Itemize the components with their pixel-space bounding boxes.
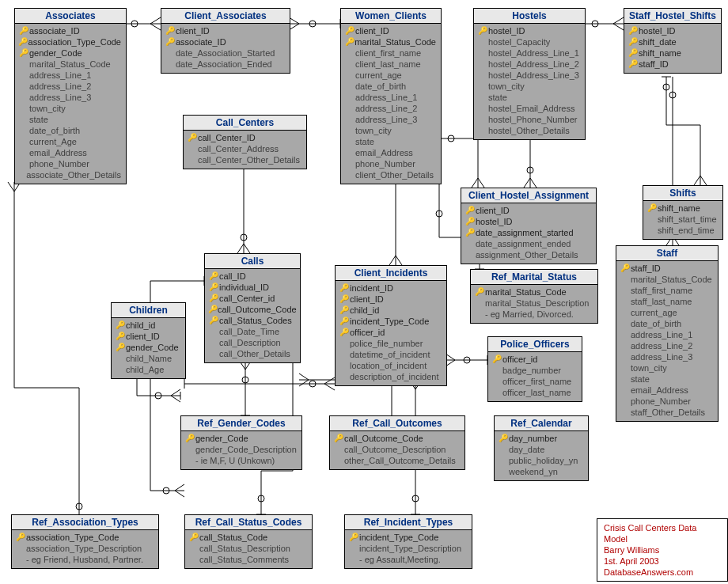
column-name: call_Status_Comments	[199, 554, 289, 565]
pf-icon: 🔑	[165, 36, 176, 47]
column-name: staff_first_name	[631, 285, 692, 296]
entity-client-associates: Client_Associates 🔑client_ID🔑associate_I…	[161, 8, 290, 74]
entity-column: town_city	[18, 103, 121, 114]
entity-column: 🔑association_Type_Code	[18, 36, 121, 47]
entity-column: state	[344, 136, 436, 147]
entity-body: 🔑call_Center_IDcall_Center_Addresscall_C…	[184, 131, 306, 169]
entity-column: hostel_Other_Details	[477, 125, 580, 136]
entity-ref-calendar: Ref_Calendar 🔑day_numberday_datepublic_h…	[494, 415, 589, 481]
column-name: town_city	[488, 81, 525, 92]
entity-title: Staff_Hostel_Shifts	[624, 9, 721, 24]
svg-point-35	[663, 84, 669, 90]
column-name: date_assignment_ended	[476, 238, 571, 249]
svg-line-18	[244, 244, 250, 253]
entity-column: client_Other_Details	[344, 169, 436, 180]
column-name: client_ID	[126, 331, 160, 342]
svg-point-54	[309, 381, 316, 387]
fk-icon: 🔑	[115, 342, 126, 353]
entity-body: 🔑client_ID🔑hostel_ID🔑date_assignment_sta…	[461, 203, 596, 264]
entity-column: email_Address	[344, 147, 436, 158]
column-name: shift_end_time	[658, 225, 715, 236]
entity-column: - eg Assault,Meeting.	[348, 554, 467, 565]
column-name: client_ID	[350, 294, 384, 305]
entity-column: gender_Code_Description	[184, 444, 297, 455]
entity-column: town_city	[477, 81, 580, 92]
svg-point-49	[155, 392, 161, 399]
fk-icon: 🔑	[18, 36, 28, 47]
column-name: address_Line_3	[355, 114, 417, 125]
fk-icon: 🔑	[628, 36, 639, 47]
entity-column: call_Date_Time	[208, 326, 295, 337]
entity-column: date_of_birth	[620, 318, 713, 329]
svg-point-60	[258, 495, 264, 502]
column-name: child_Name	[126, 353, 172, 364]
entity-column: hostel_Capacity	[477, 36, 580, 47]
entity-column: 🔑gender_Code	[184, 433, 297, 444]
entity-body: 🔑officer_idbadge_numberofficer_first_nam…	[488, 352, 582, 401]
entity-column: - eg Friend, Husband, Partner.	[15, 554, 154, 565]
entity-column: 🔑call_Status_Code	[188, 532, 307, 543]
entity-body: 🔑gender_Codegender_Code_Description- ie …	[181, 431, 301, 469]
column-name: email_Address	[355, 147, 413, 158]
svg-line-63	[299, 380, 309, 386]
entity-title: Ref_Incident_Types	[345, 515, 472, 530]
column-name: association_Type_Code	[26, 532, 119, 543]
entity-title: Shifts	[643, 186, 722, 201]
entity-title: Women_Clients	[341, 9, 441, 24]
entity-column: 🔑gender_Code	[115, 342, 180, 353]
entity-title: Ref_Call_Outcomes	[330, 416, 464, 431]
entity-body: 🔑associate_ID🔑association_Type_Code🔑gend…	[15, 24, 126, 184]
entity-column: 🔑incident_Type_Code	[339, 316, 442, 327]
column-name: client_last_name	[355, 59, 421, 70]
svg-point-9	[309, 21, 316, 27]
column-name: hostel_ID	[476, 216, 512, 227]
entity-children: Children 🔑child_id🔑client_ID🔑gender_Code…	[111, 302, 186, 379]
entity-column: address_Line_2	[18, 81, 121, 92]
svg-line-13	[613, 24, 624, 30]
column-name: call_Status_Codes	[219, 315, 292, 326]
entity-column: weekend_yn	[498, 466, 583, 477]
entity-column: incident_Type_Description	[348, 543, 467, 554]
fk-icon: 🔑	[208, 304, 218, 315]
column-name: location_of_incident	[350, 360, 427, 371]
entity-ref-association-types: Ref_Association_Types 🔑association_Type_…	[11, 514, 159, 569]
column-name: phone_Number	[355, 158, 415, 169]
entity-column: address_Line_1	[620, 329, 713, 340]
column-name: client_Other_Details	[355, 169, 434, 180]
entity-column: email_Address	[18, 147, 121, 158]
pk-icon: 🔑	[491, 354, 502, 365]
svg-point-14	[592, 21, 598, 27]
svg-line-48	[171, 396, 180, 402]
entity-body: 🔑hostel_ID🔑shift_date🔑shift_name🔑staff_I…	[624, 24, 721, 73]
svg-line-62	[299, 374, 309, 380]
column-name: address_Line_2	[29, 81, 91, 92]
entity-shifts: Shifts 🔑shift_nameshift_start_timeshift_…	[643, 185, 723, 240]
column-name: call_Center_Address	[198, 143, 279, 154]
fk-icon: 🔑	[339, 294, 350, 305]
column-name: gender_Code	[195, 433, 248, 444]
column-name: call_Status_Description	[199, 543, 290, 554]
entity-column: shift_end_time	[646, 225, 718, 236]
fk-icon: 🔑	[344, 36, 355, 47]
pk-icon: 🔑	[339, 283, 350, 294]
entity-ref-call-status-codes: Ref_Call_Status_Codes 🔑call_Status_Codec…	[184, 514, 313, 569]
column-name: phone_Number	[29, 158, 89, 169]
svg-line-23	[396, 256, 402, 265]
column-name: child_id	[126, 320, 155, 331]
column-name: call_Status_Code	[199, 532, 267, 543]
column-name: incident_Type_Code	[350, 316, 429, 327]
entity-title: Staff	[616, 246, 718, 261]
entity-column: current_Age	[18, 136, 121, 147]
svg-line-27	[478, 178, 484, 188]
entity-column: 🔑staff_ID	[620, 263, 713, 274]
entity-column: staff_Other_Details	[620, 407, 713, 418]
column-name: call_Description	[219, 337, 281, 348]
entity-column: 🔑client_ID	[344, 25, 436, 36]
entity-staff-hostel-shifts: Staff_Hostel_Shifts 🔑hostel_ID🔑shift_dat…	[624, 8, 722, 74]
svg-line-26	[472, 178, 478, 188]
column-name: individual_ID	[219, 282, 269, 293]
column-name: child_id	[350, 305, 379, 316]
entity-column: 🔑shift_name	[646, 203, 718, 214]
entity-column: 🔑officer_id	[339, 327, 442, 338]
column-name: assignment_Other_Details	[476, 249, 578, 260]
